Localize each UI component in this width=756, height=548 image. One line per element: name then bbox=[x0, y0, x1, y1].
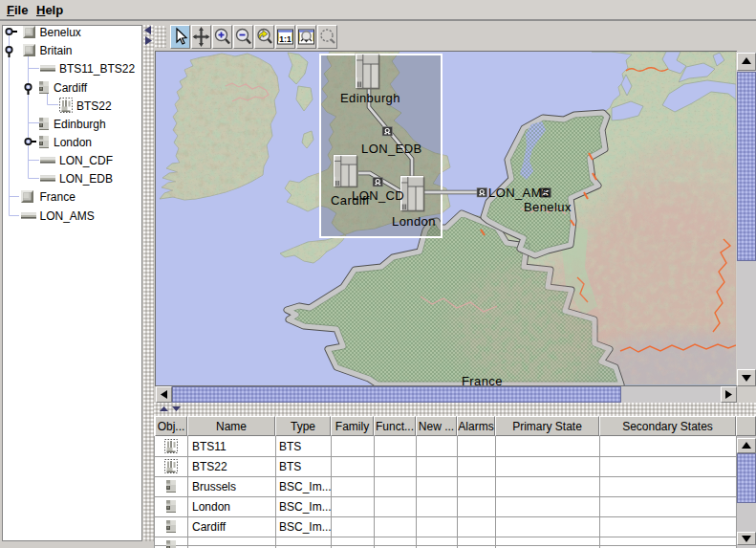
svg-text:LON_CDF: LON_CDF bbox=[59, 154, 113, 167]
svg-text:London: London bbox=[392, 214, 436, 229]
svg-text:LON_EDB: LON_EDB bbox=[361, 142, 422, 156]
svg-text:BTS11: BTS11 bbox=[192, 440, 227, 453]
svg-text:London: London bbox=[54, 136, 92, 149]
svg-text:LON_EDB: LON_EDB bbox=[59, 172, 113, 186]
svg-text:BSC_Im...: BSC_Im... bbox=[279, 520, 332, 534]
svg-text:Edinburgh: Edinburgh bbox=[340, 91, 400, 105]
svg-text:LON_AMS: LON_AMS bbox=[40, 209, 95, 223]
svg-text:France: France bbox=[462, 374, 503, 385]
svg-text:BSC_Im...: BSC_Im... bbox=[279, 480, 332, 493]
svg-text:Edinburgh: Edinburgh bbox=[54, 118, 106, 131]
svg-text:Cardiff: Cardiff bbox=[192, 520, 227, 534]
svg-text:BTS: BTS bbox=[279, 460, 301, 473]
svg-text:Cardiff: Cardiff bbox=[54, 81, 88, 95]
svg-text:LON_CD: LON_CD bbox=[352, 188, 404, 203]
svg-text:BTS11_BTS22: BTS11_BTS22 bbox=[59, 62, 135, 76]
svg-text:BTS22: BTS22 bbox=[76, 99, 112, 113]
svg-text:1:1: 1:1 bbox=[279, 34, 292, 44]
svg-text:BTS22: BTS22 bbox=[192, 460, 227, 473]
svg-text:Brussels: Brussels bbox=[192, 480, 236, 493]
svg-text:LON_AMS: LON_AMS bbox=[488, 186, 551, 200]
svg-text:London: London bbox=[192, 500, 230, 514]
svg-text:France: France bbox=[40, 190, 76, 204]
svg-text:Britain: Britain bbox=[40, 44, 73, 57]
svg-text:Benelux: Benelux bbox=[524, 200, 572, 214]
svg-text:Benelux: Benelux bbox=[40, 26, 81, 39]
svg-text:BSC_Im...: BSC_Im... bbox=[279, 500, 332, 514]
svg-text:BTS: BTS bbox=[279, 440, 301, 453]
